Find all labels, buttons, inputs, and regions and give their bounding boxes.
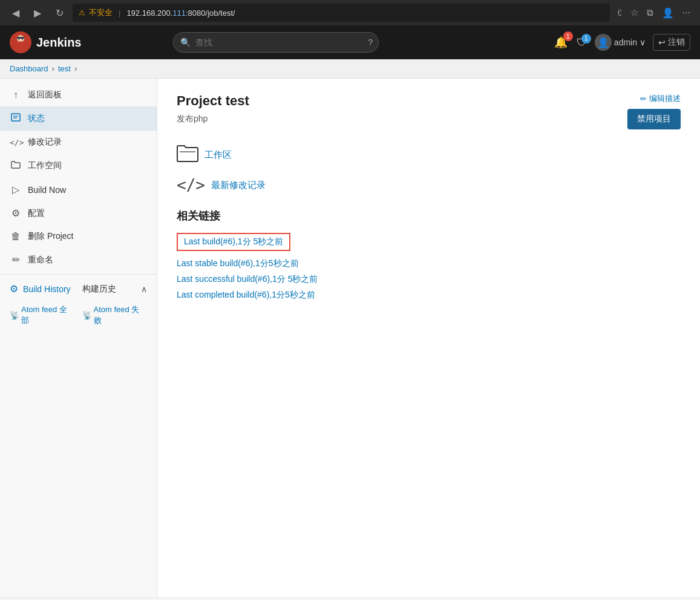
search-input[interactable] [173, 32, 379, 53]
security-badge: 1 [581, 34, 591, 44]
last-completed-build-link[interactable]: Last completed build(#6),1分5秒之前 [177, 290, 315, 299]
rss-fail-icon: 📡 [82, 311, 92, 320]
sidebar-item-label: 配置 [28, 208, 45, 219]
build-history-space [76, 284, 78, 294]
svg-point-1 [13, 44, 28, 52]
jenkins-search[interactable]: 🔍 ? [173, 32, 379, 53]
atom-feed-all-link[interactable]: 📡 Atom feed 全部 [10, 304, 75, 326]
build-history-label2: 构建历史 [82, 284, 116, 295]
security-warning-icon: ⚠ [79, 8, 85, 17]
related-links-list: Last build(#6),1分 5秒之前 Last stable build… [177, 233, 681, 301]
sidebar-divider [0, 274, 157, 275]
help-icon[interactable]: ? [368, 38, 373, 47]
content-area: ✏ 编辑描述 禁用项目 Project test 发布php 工作区 </> 最… [157, 79, 700, 598]
jenkins-logo-text: Jenkins [36, 36, 81, 50]
code-icon: </> [10, 138, 22, 147]
list-item-last-successful: Last successful build(#6),1分 5秒之前 [177, 274, 681, 285]
sidebar-item-label: 删除 Project [28, 231, 73, 242]
workspace-link[interactable]: 工作区 [204, 149, 232, 161]
sidebar-item-rename[interactable]: ✏ 重命名 [0, 248, 157, 272]
browser-actions: Ꞓ ☆ ⧉ 👤 ··· [615, 6, 693, 20]
logout-button[interactable]: ↩ 注销 [653, 34, 690, 51]
sidebar: ↑ 返回面板 状态 </> 修改记录 工作空间 [0, 79, 157, 598]
rss-icon: 📡 [10, 311, 19, 320]
sidebar-item-configure[interactable]: ⚙ 配置 [0, 201, 157, 225]
main-layout: ↑ 返回面板 状态 </> 修改记录 工作空间 [0, 79, 700, 598]
disable-project-button[interactable]: 禁用项目 [627, 109, 681, 129]
star-icon[interactable]: ☆ [628, 6, 641, 20]
warning-text: 不安全 [89, 7, 113, 18]
address-bar[interactable]: ⚠ 不安全 | 192.168.200.111:8080/job/test/ [73, 4, 610, 22]
sidebar-item-build-now[interactable]: ▷ Build Now [0, 178, 157, 201]
workspace-row: 工作区 [177, 139, 681, 166]
sidebar-item-label: 工作空间 [28, 160, 62, 171]
forward-button[interactable]: ▶ [29, 4, 46, 21]
build-history-section[interactable]: ⚙ Build History 构建历史 ∧ [0, 277, 157, 301]
build-history-icon: ⚙ [10, 283, 18, 295]
avatar: 👤 [595, 34, 612, 51]
security-icon[interactable]: 🛡 1 [577, 36, 587, 49]
browser-chrome: ◀ ▶ ↻ ⚠ 不安全 | 192.168.200.111:8080/job/t… [0, 0, 700, 25]
sidebar-item-label: 状态 [28, 113, 45, 124]
content-actions: ✏ 编辑描述 禁用项目 [627, 93, 681, 129]
build-history-chevron: ∧ [141, 284, 147, 294]
related-links-title: 相关链接 [177, 209, 681, 223]
folder-icon [10, 160, 22, 172]
atom-feeds: 📡 Atom feed 全部 📡 Atom feed 失败 [0, 301, 157, 330]
sidebar-item-change-log[interactable]: </> 修改记录 [0, 131, 157, 154]
url-text: 192.168.200.111:8080/job/test/ [126, 8, 235, 18]
header-actions: 🔔 1 🛡 1 👤 admin ∨ ↩ 注销 [552, 34, 690, 51]
trash-icon: 🗑 [10, 231, 22, 242]
workspace-folder-icon [177, 144, 198, 166]
breadcrumb-dashboard[interactable]: Dashboard [10, 64, 48, 73]
svg-rect-3 [17, 37, 24, 39]
svg-point-4 [18, 39, 19, 40]
collections-icon[interactable]: ⧉ [644, 6, 656, 20]
atom-feed-fail-link[interactable]: 📡 Atom feed 失败 [82, 304, 148, 326]
status-icon [10, 112, 22, 125]
last-successful-build-link[interactable]: Last successful build(#6),1分 5秒之前 [177, 274, 318, 284]
play-icon: ▷ [10, 184, 22, 195]
admin-menu[interactable]: 👤 admin ∨ [595, 34, 646, 51]
logout-label: 注销 [668, 37, 685, 48]
change-record-row: </> 最新修改记录 [177, 176, 681, 194]
logout-icon: ↩ [658, 38, 666, 47]
refresh-button[interactable]: ↻ [51, 4, 68, 21]
sidebar-item-label: 返回面板 [28, 90, 62, 100]
back-button[interactable]: ◀ [7, 4, 24, 21]
back-icon: ↑ [10, 90, 22, 100]
last-build-link[interactable]: Last build(#6),1分 5秒之前 [177, 233, 290, 251]
pencil-edit-icon: ✏ [640, 94, 647, 103]
project-description: 发布php [177, 114, 681, 125]
breadcrumb-sep2: › [74, 64, 77, 73]
jenkins-logo[interactable]: Jenkins [10, 31, 81, 53]
list-item-last-stable: Last stable build(#6),1分5秒之前 [177, 258, 681, 269]
breadcrumb-test[interactable]: test [58, 64, 71, 73]
more-options-icon[interactable]: ··· [680, 6, 693, 20]
notification-badge: 1 [563, 31, 573, 41]
code-change-icon: </> [177, 176, 205, 194]
profile-icon[interactable]: 👤 [659, 6, 676, 20]
notifications-icon[interactable]: 🔔 1 [552, 34, 569, 51]
sidebar-item-back[interactable]: ↑ 返回面板 [0, 83, 157, 106]
build-history-label: Build History [23, 284, 71, 294]
svg-point-5 [22, 39, 23, 40]
svg-rect-6 [11, 114, 20, 121]
jenkins-header: Jenkins 🔍 ? 🔔 1 🛡 1 👤 admin ∨ ↩ 注销 [0, 25, 700, 59]
reader-icon[interactable]: Ꞓ [615, 6, 624, 20]
project-title: Project test [177, 93, 681, 109]
search-icon: 🔍 [180, 38, 191, 47]
sidebar-item-label: 重命名 [28, 255, 53, 266]
last-stable-build-link[interactable]: Last stable build(#6),1分5秒之前 [177, 258, 299, 268]
change-record-link[interactable]: 最新修改记录 [211, 180, 266, 191]
gear-icon: ⚙ [10, 207, 22, 219]
sidebar-item-workspace[interactable]: 工作空间 [0, 154, 157, 178]
sidebar-item-status[interactable]: 状态 [0, 106, 157, 131]
sidebar-item-delete[interactable]: 🗑 删除 Project [0, 225, 157, 248]
admin-label: admin [614, 38, 637, 47]
pencil-icon: ✏ [10, 254, 22, 266]
footer: Jenkins 中文社区 REST API Jenkins 2.347 [0, 598, 700, 600]
list-item-last-completed: Last completed build(#6),1分5秒之前 [177, 290, 681, 301]
edit-description-link[interactable]: ✏ 编辑描述 [640, 93, 681, 104]
breadcrumb: Dashboard › test › [0, 59, 700, 79]
